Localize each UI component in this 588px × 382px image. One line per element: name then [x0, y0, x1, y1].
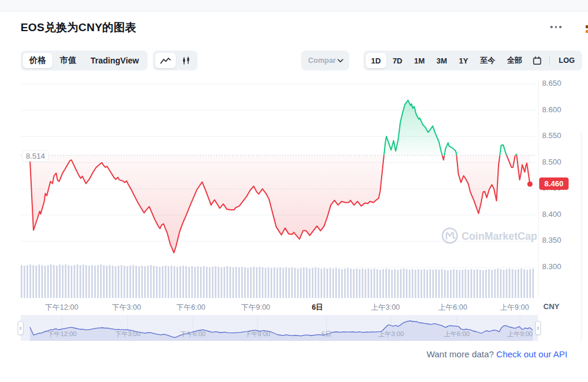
volume-bar — [503, 270, 505, 298]
volume-bar — [123, 266, 125, 298]
candlestick-chart-button[interactable] — [177, 53, 195, 68]
currency-unit-label: CNY — [543, 302, 559, 311]
volume-bar — [118, 266, 119, 298]
date-picker-button[interactable] — [529, 53, 546, 68]
candlestick-chart-icon — [182, 56, 191, 65]
volume-bar — [215, 266, 216, 298]
x-axis-label: 上午3:00 — [371, 303, 400, 313]
volume-bar — [38, 264, 40, 298]
tab-marketcap[interactable]: 市值 — [54, 53, 83, 68]
volume-bar — [323, 268, 325, 298]
range-all[interactable]: 全部 — [502, 53, 527, 68]
volume-bar — [315, 267, 316, 298]
volume-bar — [197, 266, 199, 298]
volume-bar — [115, 266, 116, 298]
volume-bar — [438, 270, 440, 298]
volume-bar — [209, 267, 211, 298]
volume-bar — [362, 269, 363, 298]
navigator[interactable] — [21, 315, 538, 341]
volume-bar — [441, 269, 443, 298]
toolbar-divider — [549, 56, 550, 65]
volume-bar — [129, 266, 131, 298]
more-options-button[interactable] — [550, 26, 562, 28]
x-axis-label: 下午12:00 — [45, 303, 78, 313]
volume-bar — [326, 269, 328, 298]
last-price-dot — [527, 182, 533, 187]
volume-bar — [388, 269, 390, 298]
clipped-widget-artifact — [586, 25, 588, 33]
volume-bar — [532, 269, 534, 298]
x-axis-label: 上午9:00 — [500, 303, 529, 313]
volume-bar — [338, 269, 340, 298]
calendar-icon — [533, 56, 542, 65]
range-1y[interactable]: 1Y — [453, 53, 473, 68]
volume-bar — [520, 269, 522, 298]
volume-bar — [350, 269, 352, 298]
volume-bar — [100, 264, 102, 298]
volume-bar — [223, 267, 225, 298]
volume-bar — [135, 266, 137, 298]
volume-bar — [150, 265, 152, 298]
volume-bar — [529, 269, 531, 298]
volume-bar — [509, 269, 510, 298]
volume-bar — [179, 266, 181, 298]
x-axis-label: 下午6:00 — [176, 303, 205, 313]
range-7d[interactable]: 7D — [387, 53, 408, 68]
compare-dropdown[interactable]: Compare — [301, 51, 349, 71]
volume-bar — [353, 269, 355, 298]
volume-bar — [344, 269, 346, 298]
volume-bar — [132, 265, 134, 298]
volume-bar — [159, 267, 161, 298]
range-3m[interactable]: 3M — [431, 53, 452, 68]
volume-bar — [285, 267, 287, 298]
volume-bar — [415, 270, 416, 298]
log-scale-button[interactable]: LOG — [553, 53, 580, 68]
volume-bar — [106, 266, 108, 298]
volume-bar — [138, 266, 140, 298]
navigator-handle-left[interactable]: ‖ — [18, 321, 24, 335]
chart-page: EOS兑换为CNY的图表 价格 市值 TradingView Compar — [0, 0, 588, 382]
volume-bar — [121, 265, 122, 298]
volume-bar — [491, 270, 493, 298]
volume-bar — [218, 267, 219, 298]
volume-bar — [370, 269, 372, 298]
volume-bar — [53, 265, 55, 298]
volume-bar — [91, 265, 93, 298]
volume-bar — [41, 265, 43, 298]
volume-bar — [85, 265, 87, 298]
volume-bar — [188, 267, 190, 298]
tab-tradingview[interactable]: TradingView — [84, 53, 145, 68]
range-1m[interactable]: 1M — [409, 53, 430, 68]
volume-bar — [173, 266, 175, 298]
volume-bar — [394, 269, 396, 298]
volume-bar — [229, 267, 231, 298]
volume-bar — [282, 268, 284, 298]
y-axis-label: 8.550 — [542, 131, 562, 140]
volume-bar — [409, 270, 410, 298]
volume-bar — [453, 269, 455, 298]
volume-bar — [62, 265, 64, 298]
line-chart-button[interactable] — [155, 53, 176, 68]
volume-bar — [171, 266, 172, 298]
y-axis-line — [538, 79, 539, 298]
range-1d[interactable]: 1D — [366, 53, 386, 68]
volume-bar — [26, 265, 28, 298]
volume-bar — [59, 264, 61, 298]
x-axis-label: 下午3:00 — [112, 303, 141, 313]
volume-bar — [268, 267, 269, 298]
volume-bar — [467, 270, 469, 298]
volume-bar — [485, 270, 487, 298]
volume-bar — [273, 267, 275, 298]
price-chart[interactable] — [21, 79, 538, 301]
y-axis-label: 8.350 — [542, 236, 562, 244]
volume-bar — [291, 267, 293, 298]
range-ytd[interactable]: 至今 — [475, 53, 500, 68]
volume-bar — [306, 268, 308, 298]
tab-price[interactable]: 价格 — [23, 53, 52, 68]
last-price-badge: 8.460 — [539, 177, 569, 190]
navigator-handle-right[interactable]: ‖ — [535, 321, 541, 335]
volume-bar — [297, 269, 299, 298]
api-link[interactable]: Check out our API — [496, 349, 567, 359]
x-axis-label: 6日 — [312, 303, 323, 313]
volume-bar — [382, 269, 384, 298]
